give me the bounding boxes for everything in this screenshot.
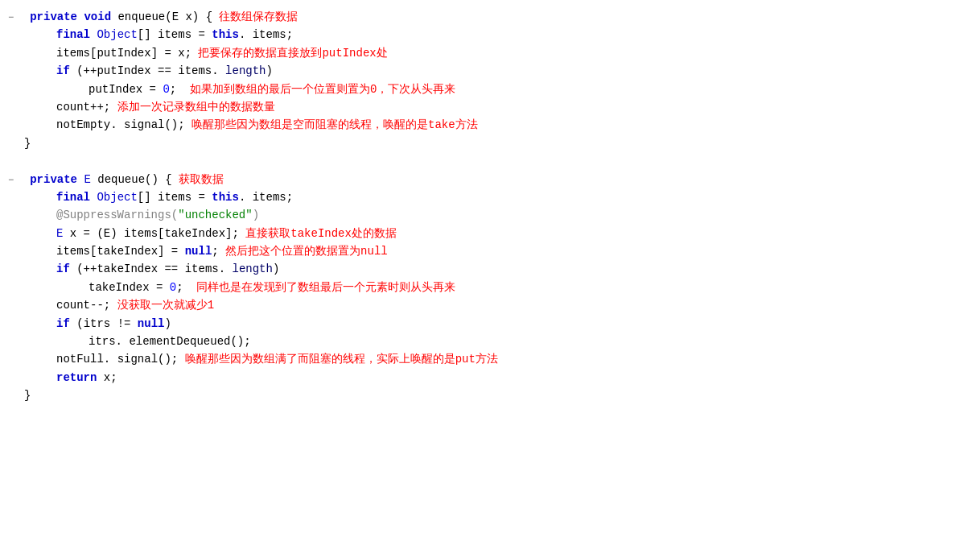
- var-items5: items: [124, 225, 158, 242]
- op-signal1: ();: [164, 116, 191, 134]
- kw-final2: final: [56, 188, 97, 206]
- var-takeindex3: takeIndex: [97, 260, 158, 278]
- var-putindex3: putIndex: [89, 81, 142, 98]
- op-semi6: ;: [110, 369, 117, 386]
- op-incr1: ++;: [90, 98, 117, 116]
- dequeue-line11: return x;: [0, 369, 980, 386]
- num-zero2: 0: [170, 279, 176, 296]
- op-bracket2: []: [138, 188, 158, 206]
- kw-if3: if: [56, 315, 76, 333]
- dequeue-line5: if (++takeIndex == items. length): [0, 260, 980, 278]
- op-assign7: =: [150, 279, 170, 296]
- kw-null2: null: [138, 315, 165, 333]
- comment-count1: 添加一次记录数组中的数据数量: [117, 98, 275, 116]
- op-neq: !=: [110, 315, 138, 333]
- kw-this2: this: [212, 188, 239, 206]
- var-items4: items: [158, 188, 191, 206]
- str-unchecked: "unchecked": [178, 206, 252, 224]
- dequeue-line4: items[takeIndex] = null; 然后把这个位置的数据置为nul…: [0, 242, 980, 260]
- op-idx: [: [90, 44, 97, 62]
- blank-line1: [0, 152, 980, 170]
- type-e2: E: [56, 225, 70, 242]
- collapse-dequeue[interactable]: −: [8, 173, 14, 188]
- dequeue-line9: itrs. elementDequeued();: [0, 333, 980, 350]
- op-paren2: () {: [145, 171, 179, 188]
- op-idx2-close: ];: [225, 225, 245, 242]
- cast-e: (E): [97, 225, 124, 242]
- op-bracket: []: [138, 26, 158, 43]
- type-e: E: [84, 171, 97, 188]
- comment-zero2: 同样也是在发现到了数组最后一个元素时则从头再来: [196, 279, 455, 296]
- kw-private2: private: [30, 171, 84, 188]
- op-dot7: .: [104, 350, 117, 368]
- code-viewer: − private void enqueue(E x) { 往数组保存数据 fi…: [0, 0, 980, 558]
- op-if3: (: [76, 315, 83, 333]
- op-paren: (E x) {: [165, 8, 219, 26]
- op-dot1: .: [239, 26, 253, 43]
- op-dot3: .: [110, 116, 124, 134]
- op-semi1: ;: [286, 26, 293, 43]
- op-paren3: ): [273, 260, 279, 278]
- dequeue-line3: E x = (E) items[takeIndex]; 直接获取takeInde…: [0, 225, 980, 242]
- dequeue-line6: takeIndex = 0; 同样也是在发现到了数组最后一个元素时则从头再来: [0, 279, 980, 296]
- dequeue-line10: notFull. signal(); 唤醒那些因为数组满了而阻塞的线程，实际上唤…: [0, 350, 980, 368]
- comment-count2: 没获取一次就减少1: [117, 296, 214, 314]
- var-items: items: [158, 26, 191, 43]
- kw-if2: if: [56, 260, 76, 278]
- op-semi4: ;: [212, 242, 225, 260]
- kw-private: private: [30, 8, 84, 26]
- var-x: x: [70, 225, 76, 242]
- var-itrs2: itrs: [89, 333, 116, 350]
- field-length1: length: [225, 62, 266, 80]
- op-paren1: ): [266, 62, 273, 80]
- op-dot2: .: [212, 62, 225, 80]
- op-idx-close: ]: [151, 44, 158, 62]
- kw-null1: null: [185, 242, 212, 260]
- dequeue-line8: if (itrs != null): [0, 315, 980, 333]
- var-x2: x: [104, 369, 110, 386]
- op-dot4: .: [239, 188, 253, 206]
- dequeue-line1: final Object[] items = this. items;: [0, 188, 980, 206]
- op-eq2: ==: [158, 260, 185, 278]
- op-call1: ();: [230, 333, 250, 350]
- var-putindex: putIndex: [97, 44, 150, 62]
- op-paren4: ): [164, 315, 171, 333]
- kw-final: final: [56, 26, 97, 43]
- kw-void: void: [84, 8, 117, 26]
- op-assign4: =: [191, 188, 212, 206]
- field-items2: items: [253, 188, 286, 206]
- field-length2: length: [233, 260, 273, 278]
- comment-signal2: 唤醒那些因为数组满了而阻塞的线程，实际上唤醒的是put方法: [185, 350, 498, 368]
- comment-takeindex: 直接获取takeIndex处的数据: [245, 225, 397, 242]
- var-takeindex2: takeIndex: [97, 242, 158, 260]
- collapse-enqueue[interactable]: −: [8, 10, 14, 26]
- var-items2: items: [56, 44, 90, 62]
- comment-putindex: 把要保存的数据直接放到putIndex处: [198, 44, 387, 62]
- op-eq1: ==: [151, 62, 179, 80]
- op-dot5: .: [219, 260, 233, 278]
- op-assign: =: [191, 26, 212, 43]
- op-signal2: ();: [158, 350, 185, 368]
- method-signal1: signal: [124, 116, 164, 134]
- op-semi5: ;: [176, 279, 196, 296]
- comment-enqueue: 往数组保存数据: [219, 8, 298, 26]
- enqueue-signature-line: − private void enqueue(E x) { 往数组保存数据: [0, 8, 980, 26]
- enqueue-close: }: [0, 134, 980, 152]
- var-notempty: notEmpty: [56, 116, 110, 134]
- var-items6: items: [56, 242, 90, 260]
- dequeue-signature-line: − private E dequeue() { 获取数据: [0, 171, 980, 188]
- dequeue-line7: count--; 没获取一次就减少1: [0, 296, 980, 314]
- op-if1: (++: [76, 62, 97, 80]
- comment-dequeue: 获取数据: [179, 171, 224, 188]
- comment-null1: 然后把这个位置的数据置为null: [225, 242, 388, 260]
- method-enqueue: enqueue: [117, 8, 165, 26]
- var-items7: items: [185, 260, 219, 278]
- num-zero1: 0: [163, 81, 169, 98]
- op-assign3: =: [142, 81, 163, 98]
- comment-zero1: 如果加到数组的最后一个位置则置为0，下次从头再来: [190, 81, 455, 98]
- type-object: Object: [97, 26, 137, 43]
- enqueue-line6: notEmpty. signal(); 唤醒那些因为数组是空而阻塞的线程，唤醒的…: [0, 116, 980, 134]
- comment-signal1: 唤醒那些因为数组是空而阻塞的线程，唤醒的是take方法: [191, 116, 478, 134]
- method-elementdequeued: elementDequeued: [129, 333, 230, 350]
- op-close1: }: [24, 134, 31, 152]
